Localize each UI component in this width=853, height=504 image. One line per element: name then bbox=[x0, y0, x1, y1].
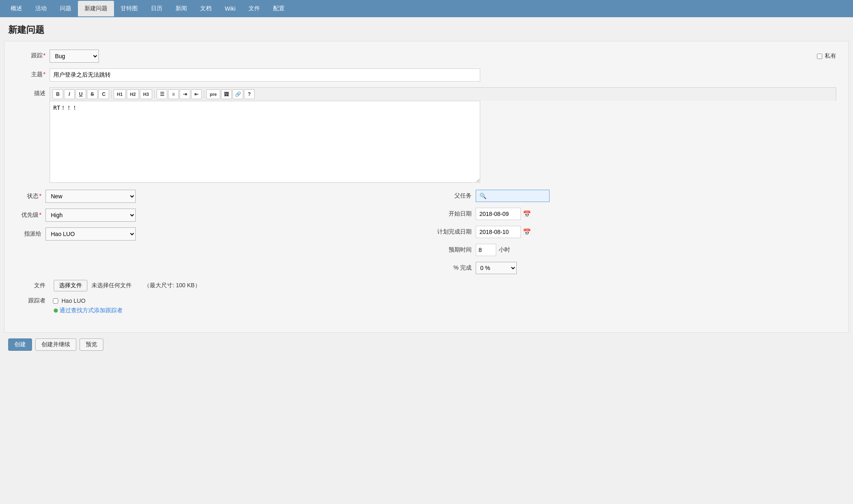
code-button[interactable]: C bbox=[98, 89, 109, 99]
due-date-calendar-icon[interactable]: 📅 bbox=[522, 227, 531, 236]
fields-grid: 状态* New In Progress Resolved Closed 优先级*… bbox=[17, 190, 836, 280]
start-date-calendar-icon[interactable]: 📅 bbox=[522, 209, 531, 218]
italic-button[interactable]: I bbox=[64, 89, 75, 99]
status-label: 状态* bbox=[17, 193, 46, 200]
assignee-row: 指派给 Hao LUO bbox=[17, 227, 418, 241]
tracker-row: 跟踪* Bug 私有 bbox=[17, 50, 836, 63]
link-button[interactable]: 🔗 bbox=[233, 89, 243, 99]
create-button[interactable]: 创建 bbox=[8, 338, 32, 351]
toolbar-separator-3 bbox=[204, 90, 204, 98]
private-checkbox[interactable] bbox=[817, 54, 822, 59]
strikethrough-button[interactable]: S bbox=[87, 89, 98, 99]
due-date-label: 计划完成日期 bbox=[435, 228, 476, 236]
h3-button[interactable]: H3 bbox=[140, 89, 152, 99]
form-container: 跟踪* Bug 私有 主题* 描述 B I bbox=[4, 41, 849, 333]
help-button[interactable]: ? bbox=[244, 89, 255, 99]
assignee-select[interactable]: Hao LUO bbox=[46, 227, 136, 241]
description-toolbar: B I U S C H1 H2 H3 ☰ ≡ ⇥ ⇤ pre 🖼 bbox=[50, 87, 836, 101]
nav-item-activity[interactable]: 活动 bbox=[29, 1, 53, 16]
h2-button[interactable]: H2 bbox=[127, 89, 139, 99]
due-date-row: 计划完成日期 📅 bbox=[435, 226, 836, 238]
watcher-label: 跟踪者 bbox=[21, 297, 50, 304]
add-watcher-link[interactable]: 通过查找方式添加跟踪者 bbox=[54, 307, 836, 314]
page-title: 新建问题 bbox=[0, 17, 853, 41]
bold-button[interactable]: B bbox=[52, 89, 63, 99]
nav-item-issues[interactable]: 问题 bbox=[53, 1, 78, 16]
assignee-label: 指派给 bbox=[17, 230, 46, 238]
description-textarea[interactable]: RT！！！ bbox=[50, 101, 480, 183]
percent-label: % 完成 bbox=[435, 264, 476, 272]
toolbar-separator-2 bbox=[154, 90, 155, 98]
underline-button[interactable]: U bbox=[75, 89, 86, 99]
description-row: 描述 B I U S C H1 H2 H3 ☰ ≡ ⇥ bbox=[17, 87, 836, 184]
nav-item-wiki[interactable]: Wiki bbox=[218, 1, 242, 16]
nav-item-calendar[interactable]: 日历 bbox=[144, 1, 169, 16]
bottom-buttons: 创建 创建并继续 预览 bbox=[0, 333, 853, 356]
start-date-input[interactable] bbox=[476, 208, 521, 220]
search-icon: 🔍 bbox=[479, 193, 486, 199]
max-size-text: （最大尺寸: 100 KB） bbox=[144, 282, 201, 289]
parent-task-row: 父任务 🔍 bbox=[435, 190, 836, 202]
hours-label: 小时 bbox=[499, 246, 510, 254]
priority-row: 优先级* Low Normal High Urgent Immediate bbox=[17, 209, 418, 222]
green-dot-icon bbox=[54, 309, 58, 313]
file-section: 文件 选择文件 未选择任何文件 （最大尺寸: 100 KB） bbox=[17, 280, 836, 291]
image-button[interactable]: 🖼 bbox=[221, 89, 232, 99]
pre-button[interactable]: pre bbox=[206, 89, 220, 99]
status-row: 状态* New In Progress Resolved Closed bbox=[17, 190, 418, 203]
parent-task-input[interactable]: 🔍 bbox=[476, 190, 550, 202]
watcher-name: Hao LUO bbox=[62, 297, 85, 304]
nav-item-overview[interactable]: 概述 bbox=[4, 1, 29, 16]
no-file-text: 未选择任何文件 bbox=[91, 282, 132, 289]
estimated-input[interactable] bbox=[476, 244, 496, 256]
estimated-row: 预期时间 小时 bbox=[435, 244, 836, 256]
ordered-list-button[interactable]: ≡ bbox=[168, 89, 179, 99]
parent-task-label: 父任务 bbox=[435, 192, 476, 200]
watcher-section: 跟踪者 Hao LUO 通过查找方式添加跟踪者 bbox=[17, 297, 836, 314]
h1-button[interactable]: H1 bbox=[114, 89, 126, 99]
subject-row: 主题* bbox=[17, 68, 836, 82]
subject-label: 主题* bbox=[17, 68, 50, 78]
estimated-label: 预期时间 bbox=[435, 246, 476, 254]
preview-button[interactable]: 预览 bbox=[80, 338, 103, 351]
watcher-checkbox[interactable] bbox=[53, 298, 58, 304]
tracker-select[interactable]: Bug bbox=[50, 50, 99, 63]
priority-label: 优先级* bbox=[17, 211, 46, 219]
nav-item-settings[interactable]: 配置 bbox=[267, 1, 291, 16]
start-date-label: 开始日期 bbox=[435, 210, 476, 218]
subject-input[interactable] bbox=[50, 68, 480, 82]
toolbar-separator-1 bbox=[111, 90, 112, 98]
start-date-row: 开始日期 📅 bbox=[435, 208, 836, 220]
outdent-button[interactable]: ⇤ bbox=[191, 89, 202, 99]
nav-item-news[interactable]: 新闻 bbox=[169, 1, 194, 16]
tracker-label: 跟踪* bbox=[17, 50, 50, 59]
percent-select[interactable]: 0 % 10 % 20 % 30 % 40 % 50 % 60 % 70 % 8… bbox=[476, 262, 517, 274]
choose-file-button[interactable]: 选择文件 bbox=[54, 280, 87, 291]
nav-item-gantt[interactable]: 甘特图 bbox=[114, 1, 144, 16]
description-label: 描述 bbox=[17, 87, 50, 97]
file-label: 文件 bbox=[17, 282, 50, 289]
unordered-list-button[interactable]: ☰ bbox=[157, 89, 167, 99]
nav-item-docs[interactable]: 文档 bbox=[194, 1, 218, 16]
indent-button[interactable]: ⇥ bbox=[180, 89, 190, 99]
create-continue-button[interactable]: 创建并继续 bbox=[35, 338, 76, 351]
private-label: 私有 bbox=[825, 52, 836, 60]
nav-item-files[interactable]: 文件 bbox=[242, 1, 267, 16]
percent-row: % 完成 0 % 10 % 20 % 30 % 40 % 50 % 60 % 7… bbox=[435, 262, 836, 274]
nav-bar: 概述 活动 问题 新建问题 甘特图 日历 新闻 文档 Wiki 文件 配置 bbox=[0, 0, 853, 17]
due-date-input[interactable] bbox=[476, 226, 521, 238]
priority-select[interactable]: Low Normal High Urgent Immediate bbox=[46, 209, 136, 222]
status-select[interactable]: New In Progress Resolved Closed bbox=[46, 190, 136, 203]
nav-item-new-issue[interactable]: 新建问题 bbox=[78, 1, 114, 16]
